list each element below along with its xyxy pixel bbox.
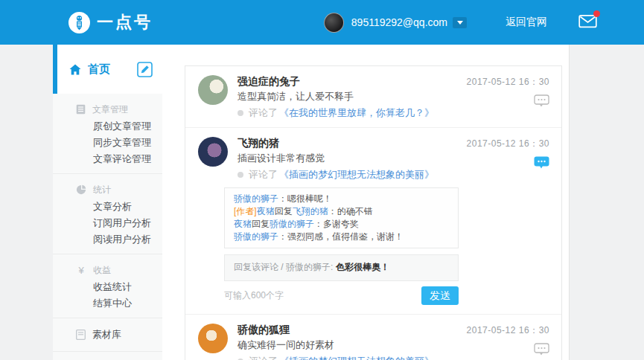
thread-reply: 骄傲的狮子：嗯很棒呢！ [234,193,449,205]
comment-text: 确实难得一间的好素材 [237,338,460,352]
commenter-name: 飞翔的猪 [237,137,460,150]
comment-item: 飞翔的猪 插画设计非常有感觉 评论了 《插画的梦幻理想无法想象的美丽》 骄傲的狮… [185,128,561,315]
thread-reply: [作者]夜猪回复飞翔的猪：的确不错 [234,205,449,218]
comment-bubble-active-icon [534,156,549,169]
document-icon [76,104,86,115]
comment-item: 骄傲的狐狸 确实难得一间的好素材 评论了 《插画的梦幻理想无法想象的美丽》 20… [185,315,561,360]
reply-text: ：多谢夸奖 [314,219,359,229]
notification-dot [593,10,600,17]
pen-icon [137,62,153,77]
thread-reply: 夜猪回复骄傲的狮子：多谢夸奖 [234,218,449,231]
sidebar-item-original-articles[interactable]: 原创文章管理 [53,118,162,135]
commenter-avatar [198,324,228,353]
section-title: 收益 [93,264,111,277]
reply-button[interactable] [534,343,549,359]
reply-author: 骄傲的狮子 [234,231,278,242]
section-header: 文章管理 [53,100,162,118]
section-title: 文章管理 [92,103,128,116]
sidebar-item-subscriber-analysis[interactable]: 订阅用户分析 [53,215,162,231]
comment-bubble-icon [534,94,549,107]
sidebar-home-label: 首页 [88,62,110,77]
compose-button[interactable] [137,62,153,77]
reply-text: ：强烈同感，值得借鉴，谢谢！ [278,231,404,242]
yen-icon: ¥ [76,265,86,276]
sidebar-item-settlement-center[interactable]: 结算中心 [53,295,162,312]
bullet-dot-icon [237,110,243,116]
section-header: 统计 [53,181,162,199]
sidebar-item-article-analysis[interactable]: 文章分析 [53,199,162,215]
reply-author: 骄傲的狮子 [234,193,278,204]
thread-reply: 骄傲的狮子：强烈同感，值得借鉴，谢谢！ [234,231,449,243]
sidebar: 首页 文章管理 原创文章管理 同步文章管理 文章评论管理 [53,45,162,360]
reply-verb: 回复 [252,219,270,229]
messages-button[interactable] [578,14,597,31]
comment-timestamp: 2017-05-12 16：30 [467,76,549,89]
article-link[interactable]: 《插画的梦幻理想无法想象的美丽》 [279,355,434,360]
reply-thread: 骄傲的狮子：嗯很棒呢！ [作者]夜猪回复飞翔的猪：的确不错 夜猪回复骄傲的狮子：… [224,187,459,248]
bullet-dot-icon [237,172,243,178]
action-label: 评论了 [249,106,278,120]
sidebar-section-revenue: ¥ 收益 收益统计 结算中心 [53,254,162,318]
brand-logo[interactable]: 一点号 [68,11,153,33]
author-tag: [作者] [234,206,257,216]
sidebar-extra-label: 素材库 [92,328,121,341]
sidebar-item-article-comments[interactable]: 文章评论管理 [53,151,162,167]
user-email: 895119292@qq.com [351,16,447,28]
sidebar-item-revenue-stats[interactable]: 收益统计 [53,279,162,295]
commenter-avatar [198,75,228,105]
comment-timestamp: 2017-05-12 16：30 [467,324,549,337]
article-link[interactable]: 《在我的世界里放肆，你算老几？》 [279,106,434,120]
char-counter: 可输入600个字 [224,289,284,302]
sidebar-item-synced-articles[interactable]: 同步文章管理 [53,135,162,151]
back-to-site-link[interactable]: 返回官网 [506,16,547,29]
comment-item: 强迫症的兔子 造型真简洁，让人爱不释手 评论了 《在我的世界里放肆，你算老几？》… [185,66,561,128]
reply-context: 回复该评论 / 骄傲的狮子: [234,262,333,272]
commenter-name: 强迫症的兔子 [237,75,460,88]
commenter-name: 骄傲的狐狸 [237,324,460,336]
comments-card: 强迫症的兔子 造型真简洁，让人爱不释手 评论了 《在我的世界里放肆，你算老几？》… [185,65,562,360]
brand-title: 一点号 [97,11,153,33]
send-button[interactable]: 发送 [421,286,459,305]
reply-value: 色彩很棒奥！ [336,262,389,272]
action-label: 评论了 [249,355,278,360]
reply-target: 飞翔的猪 [293,206,328,216]
sidebar-item-material-library[interactable]: 素材库 [53,318,162,352]
reply-target: 骄傲的狮子 [270,219,314,229]
main-panel: 强迫症的兔子 造型真简洁，让人爱不释手 评论了 《在我的世界里放肆，你算老几？》… [162,45,570,360]
sidebar-item-home[interactable]: 首页 [53,45,162,94]
chevron-down-icon [457,21,463,25]
comment-timestamp: 2017-05-12 16：30 [467,138,549,150]
app-window: 一点号 895119292@qq.com 返回官网 首页 [0,0,644,360]
article-link[interactable]: 《插画的梦幻理想无法想象的美丽》 [279,168,434,181]
action-label: 评论了 [249,168,278,181]
sidebar-section-stats: 统计 文章分析 订阅用户分析 阅读用户分析 [53,174,162,254]
section-header: ¥ 收益 [53,261,162,279]
reply-button-active[interactable] [534,156,549,172]
comment-text: 造型真简洁，让人爱不释手 [237,90,460,103]
sidebar-section-articles: 文章管理 原创文章管理 同步文章管理 文章评论管理 [53,94,162,174]
user-avatar[interactable] [324,13,344,33]
sidebar-item-reader-analysis[interactable]: 阅读用户分析 [53,231,162,248]
reply-button[interactable] [534,94,549,110]
reply-input[interactable]: 回复该评论 / 骄傲的狮子:色彩很棒奥！ [224,254,459,281]
section-title: 统计 [93,184,111,196]
pie-chart-icon [76,184,86,195]
reply-author: 夜猪 [234,219,252,229]
reply-text: ：嗯很棒呢！ [278,193,332,204]
material-icon [76,330,86,340]
user-menu-toggle[interactable] [453,17,467,28]
home-icon [69,64,81,75]
sidebar-item-circles[interactable]: 圈子 [53,352,162,360]
logo-icon [68,12,90,33]
comment-bubble-icon [534,343,549,356]
reply-verb: 回复 [275,206,293,216]
commenter-avatar [198,137,228,167]
comment-text: 插画设计非常有感觉 [237,152,460,165]
reply-text: ：的确不错 [328,206,373,216]
top-header: 一点号 895119292@qq.com 返回官网 [0,0,644,45]
reply-author: 夜猪 [257,206,275,216]
